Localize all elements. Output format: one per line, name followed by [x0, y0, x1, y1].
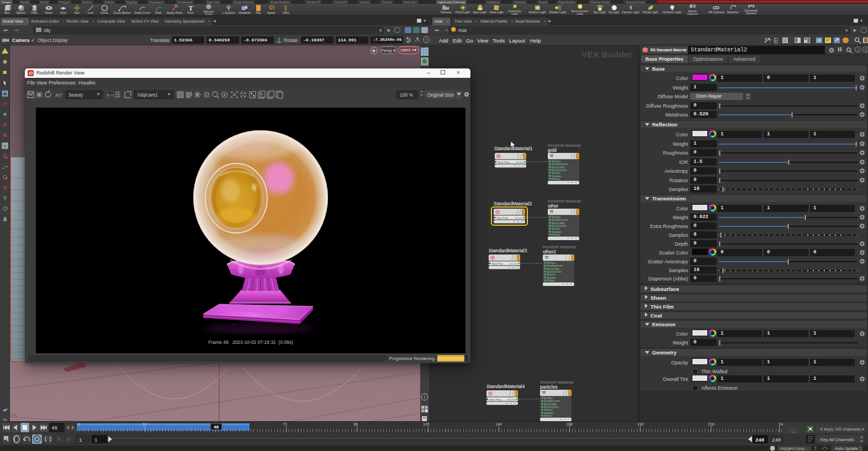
svg-text:RT: RT	[55, 92, 63, 98]
svg-text:1: 1	[79, 438, 82, 443]
svg-text:StandardMaterial4: StandardMaterial4	[486, 384, 525, 389]
svg-text:0 keys, 0/0 channels: 0 keys, 0/0 channels	[821, 427, 861, 432]
svg-text:240: 240	[755, 438, 764, 443]
svg-text:1: 1	[94, 438, 97, 443]
svg-text:/obj/cam1: /obj/cam1	[137, 92, 158, 98]
svg-text:Key All Channels: Key All Channels	[821, 437, 854, 442]
svg-text:100 %: 100 %	[400, 92, 414, 98]
svg-text:48: 48	[51, 426, 57, 431]
svg-text:particles: particles	[540, 384, 558, 390]
svg-text:StandardMaterial3: StandardMaterial3	[489, 248, 527, 253]
svg-text:other2: other2	[543, 249, 556, 254]
svg-text:other: other	[548, 203, 559, 209]
svg-text:AOV: AOV	[107, 93, 114, 97]
svg-text:/obj/geo1/pop...: /obj/geo1/pop...	[779, 446, 808, 451]
svg-text:gold: gold	[548, 147, 557, 153]
svg-text:i: i	[424, 394, 426, 400]
svg-text:Original Size: Original Size	[427, 92, 454, 98]
svg-text:240: 240	[772, 438, 781, 443]
svg-text:StandardMaterial2: StandardMaterial2	[494, 201, 532, 206]
svg-text:Auto Update: Auto Update	[835, 446, 858, 451]
svg-text:beauty: beauty	[69, 92, 83, 98]
